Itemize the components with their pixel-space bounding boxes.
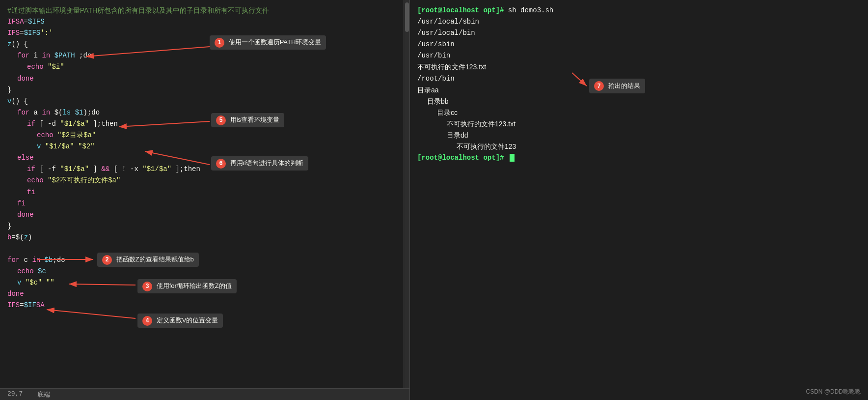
annotation-num-1: 1 [215, 38, 224, 48]
term-line-3: /usr/sbin [417, 39, 861, 50]
annotation-num-2: 2 [102, 255, 112, 265]
line-v-open: v() { [7, 96, 402, 107]
line-b-assign: b=$(z) [7, 232, 402, 243]
line-z-open: z() { [7, 39, 402, 50]
cursor-position: 29,7 [7, 390, 23, 399]
annotation-1: 1 使用一个函数遍历PATH环境变量 [210, 35, 326, 50]
line-v-call: v "$1/$a" "$2" [37, 141, 402, 152]
annotation-num-4: 4 [142, 316, 152, 326]
status-left: 29,7 底端 [7, 390, 50, 399]
line-for-c: for c in $b;do [7, 255, 402, 266]
term-line-5: 不可执行的文件123.txt [417, 61, 861, 73]
code-block: #通过脚本输出环境变量PATH所包含的所有目录以及其中的子目录和所有不可执行文件… [7, 5, 402, 312]
annotation-3: 3 使用for循环输出函数Z的值 [137, 279, 237, 293]
bottom-indicator: 底端 [37, 390, 50, 399]
terminal-prompt-end: [root@localhost opt]# [417, 152, 861, 164]
term-line-1: /usr/local/sbin [417, 16, 861, 28]
line-done-2: done [17, 209, 402, 221]
term-line-2: /usr/local/bin [417, 28, 861, 39]
scrollbar-thumb [405, 2, 409, 32]
annotation-6: 6 再用if语句进行具体的判断 [211, 156, 308, 171]
term-line-9: 目录cc [417, 107, 861, 118]
terminal-command: [root@localhost opt]# sh demo3.sh [417, 5, 861, 16]
term-line-8: 目录bb [417, 96, 861, 107]
watermark: CSDN @DDD嗯嗯嗯 [806, 388, 861, 396]
line-echo-i: echo "$i" [27, 61, 402, 73]
line-ifs: IFS=$IFS':' [7, 28, 402, 39]
line-echo-dir: echo "$2目录$a" [37, 130, 402, 141]
annotation-text-1: 使用一个函数遍历PATH环境变量 [229, 38, 322, 46]
line-done-1: done [17, 73, 402, 85]
line-fi-2: fi [17, 198, 402, 209]
line-blank [7, 243, 402, 255]
line-echo-c: echo $c [17, 266, 402, 277]
main-container: #通过脚本输出环境变量PATH所包含的所有目录以及其中的子目录和所有不可执行文件… [0, 0, 868, 400]
term-line-11: 目录dd [417, 130, 861, 141]
annotation-text-3: 使用for循环输出函数Z的值 [157, 282, 232, 289]
annotation-text-4: 定义函数V的位置变量 [157, 316, 218, 324]
annotation-text-2: 把函数Z的查看结果赋值给b [116, 256, 194, 263]
left-panel: #通过脚本输出环境变量PATH所包含的所有目录以及其中的子目录和所有不可执行文件… [0, 0, 410, 400]
annotation-2: 2 把函数Z的查看结果赋值给b [97, 253, 199, 267]
code-area: #通过脚本输出环境变量PATH所包含的所有目录以及其中的子目录和所有不可执行文件… [0, 0, 409, 388]
line-for-i: for i in $PATH ;do [17, 50, 402, 61]
scrollbar[interactable] [404, 0, 409, 388]
annotation-text-5: 用ls查看环境变量 [230, 116, 279, 123]
line-v-close: } [7, 221, 402, 232]
annotation-num-3: 3 [142, 282, 152, 291]
annotation-text-6: 再用if语句进行具体的判断 [230, 159, 304, 167]
annotation-5: 5 用ls查看环境变量 [211, 113, 284, 127]
annotation-num-5: 5 [216, 115, 226, 125]
line-else: else [17, 152, 402, 164]
annotation-num-6: 6 [216, 159, 226, 169]
line-fi-1: fi [27, 187, 402, 198]
line-echo-noexec: echo "$2不可执行的文件$a" [27, 175, 402, 186]
annotation-num-7: 7 [594, 81, 604, 91]
term-line-10: 不可执行的文件123.txt [417, 118, 861, 130]
annotation-7: 7 输出的结果 [589, 79, 645, 93]
line-ifs-restore: IFS=$IFSA [7, 300, 402, 311]
right-panel: [root@localhost opt]# sh demo3.sh /usr/l… [410, 0, 868, 400]
annotation-text-7: 输出的结果 [608, 82, 640, 89]
annotation-4: 4 定义函数V的位置变量 [137, 314, 223, 328]
term-line-4: /usr/bin [417, 50, 861, 61]
line-z-close: } [7, 85, 402, 96]
line-ifsa: IFSA=$IFS [7, 16, 402, 28]
term-line-12: 不可执行的文件123 [417, 141, 861, 152]
terminal-area[interactable]: [root@localhost opt]# sh demo3.sh /usr/l… [410, 0, 868, 400]
line-comment: #通过脚本输出环境变量PATH所包含的所有目录以及其中的子目录和所有不可执行文件 [7, 5, 402, 16]
status-bar: 29,7 底端 [0, 388, 409, 400]
line-for-a: for a in $(ls $1);do [17, 107, 402, 118]
